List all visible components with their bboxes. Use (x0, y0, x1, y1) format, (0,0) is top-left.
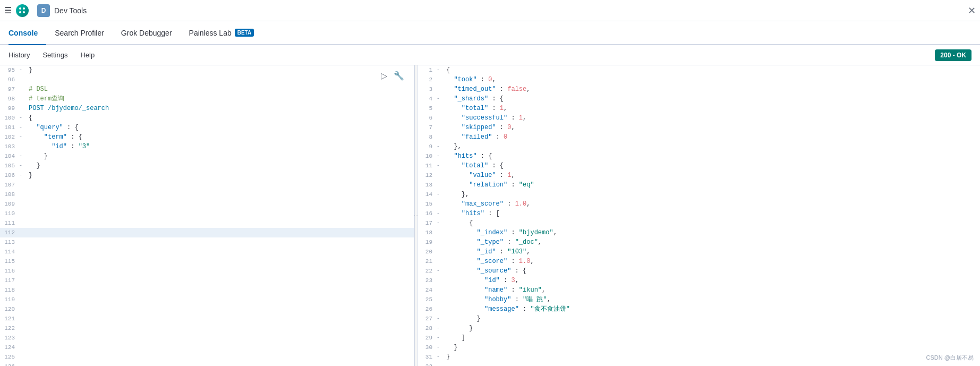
menu-history[interactable]: History (8, 45, 36, 65)
table-row: 110 (0, 209, 414, 218)
code-editor-left[interactable]: 95-}96 97 # DSL98 # term查询99 POST /bjyde… (0, 65, 414, 366)
table-row: 122 (0, 324, 414, 333)
line-toggle[interactable] (437, 75, 444, 84)
line-toggle[interactable] (19, 276, 27, 285)
settings-wrench-button[interactable]: 🔧 (393, 70, 405, 82)
line-toggle[interactable] (437, 180, 444, 190)
line-toggle[interactable] (437, 228, 444, 237)
line-toggle[interactable]: - (437, 352, 444, 362)
table-row: 7 "skipped" : 0, (417, 123, 980, 132)
line-toggle[interactable] (19, 94, 27, 104)
line-toggle[interactable]: - (19, 171, 27, 180)
line-toggle[interactable] (19, 218, 27, 228)
line-toggle[interactable]: - (19, 113, 27, 123)
line-toggle[interactable]: - (19, 65, 27, 75)
line-toggle[interactable]: - (437, 151, 444, 161)
line-toggle[interactable] (437, 104, 444, 113)
line-toggle[interactable] (19, 343, 27, 352)
line-toggle[interactable] (437, 295, 444, 304)
line-toggle[interactable] (19, 237, 27, 247)
menu-help[interactable]: Help (74, 45, 101, 65)
line-number: 117 (0, 276, 19, 285)
line-toggle[interactable] (19, 295, 27, 304)
line-toggle[interactable] (19, 266, 27, 276)
line-toggle[interactable] (437, 171, 444, 180)
table-row: 1-{ (417, 65, 980, 75)
line-toggle[interactable] (437, 285, 444, 295)
line-number: 116 (0, 266, 19, 276)
line-toggle[interactable] (19, 228, 27, 237)
line-number: 113 (0, 237, 19, 247)
line-toggle[interactable]: - (437, 65, 444, 75)
line-toggle[interactable] (19, 84, 27, 94)
menu-icon[interactable]: ☰ (4, 5, 12, 15)
line-content: } (27, 161, 414, 171)
line-toggle[interactable] (19, 209, 27, 218)
line-toggle[interactable]: - (437, 218, 444, 228)
line-toggle[interactable] (437, 247, 444, 257)
line-toggle[interactable] (19, 104, 27, 113)
line-content (27, 209, 414, 218)
table-row: 102- "term" : { (0, 132, 414, 142)
table-row: 124 (0, 343, 414, 352)
line-toggle[interactable]: - (437, 324, 444, 333)
line-number: 30 (417, 343, 437, 352)
line-toggle[interactable] (437, 123, 444, 132)
line-toggle[interactable]: - (437, 314, 444, 324)
line-toggle[interactable] (19, 362, 27, 366)
line-toggle[interactable] (19, 352, 27, 362)
tab-painless-lab[interactable]: Painless Lab BETA (181, 21, 263, 45)
logo (16, 4, 29, 17)
line-toggle[interactable] (19, 142, 27, 151)
menu-settings[interactable]: Settings (36, 45, 74, 65)
line-toggle[interactable] (19, 190, 27, 199)
table-row: 101- "query" : { (0, 123, 414, 132)
line-toggle[interactable]: - (437, 266, 444, 276)
line-content: "timed_out" : false, (444, 84, 980, 94)
response-editor[interactable]: 1-{2 "took" : 0,3 "timed_out" : false,4-… (417, 65, 980, 366)
line-toggle[interactable] (437, 237, 444, 247)
line-toggle[interactable] (19, 314, 27, 324)
line-toggle[interactable]: - (19, 151, 27, 161)
line-toggle[interactable]: - (437, 209, 444, 218)
table-row: 10- "hits" : { (417, 151, 980, 161)
line-number: 28 (417, 324, 437, 333)
line-toggle[interactable] (19, 199, 27, 209)
close-icon[interactable]: ✕ (968, 5, 976, 16)
line-toggle[interactable]: - (19, 161, 27, 171)
line-toggle[interactable]: - (437, 161, 444, 171)
line-toggle[interactable] (19, 247, 27, 257)
line-toggle[interactable] (437, 304, 444, 314)
line-toggle[interactable]: - (19, 123, 27, 132)
line-number: 96 (0, 75, 19, 84)
line-toggle[interactable] (437, 84, 444, 94)
dev-badge: D (37, 4, 50, 17)
line-toggle[interactable]: - (437, 190, 444, 199)
line-toggle[interactable]: - (437, 94, 444, 104)
tab-grok-debugger[interactable]: Grok Debugger (113, 21, 181, 45)
line-toggle[interactable] (437, 362, 444, 366)
line-toggle[interactable]: - (19, 132, 27, 142)
line-number: 120 (0, 304, 19, 314)
line-toggle[interactable] (19, 180, 27, 190)
run-button[interactable]: ▷ (380, 70, 388, 82)
line-toggle[interactable] (19, 324, 27, 333)
table-row: 125 (0, 352, 414, 362)
line-toggle[interactable] (19, 75, 27, 84)
tab-console[interactable]: Console (8, 21, 46, 45)
table-row: 15 "max_score" : 1.0, (417, 199, 980, 209)
line-toggle[interactable] (437, 276, 444, 285)
line-toggle[interactable]: - (437, 142, 444, 151)
line-toggle[interactable]: - (437, 343, 444, 352)
line-toggle[interactable]: - (437, 333, 444, 343)
line-toggle[interactable] (437, 257, 444, 266)
line-toggle[interactable] (437, 113, 444, 123)
line-toggle[interactable] (19, 333, 27, 343)
line-toggle[interactable] (19, 285, 27, 295)
line-toggle[interactable] (19, 304, 27, 314)
line-toggle[interactable] (19, 257, 27, 266)
line-toggle[interactable] (437, 199, 444, 209)
line-content: "total" : 1, (444, 104, 980, 113)
line-toggle[interactable] (437, 132, 444, 142)
tab-search-profiler[interactable]: Search Profiler (46, 21, 113, 45)
